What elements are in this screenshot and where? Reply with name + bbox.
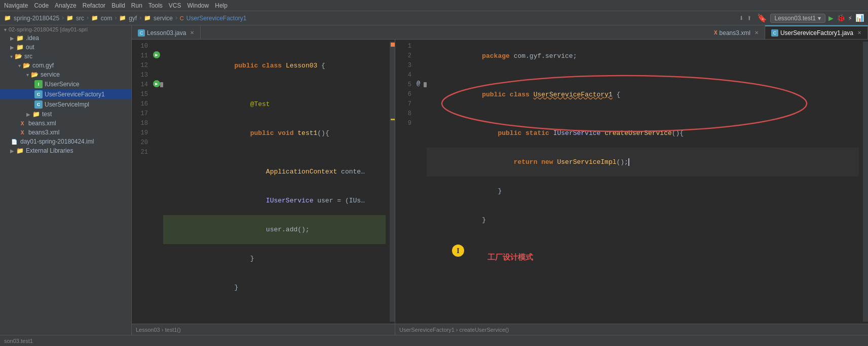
debug-button[interactable]: 🐞 [837,14,845,22]
main-area: ▾ 02-spring-20180425 [day01-spri ▶ 📁 .id… [0,25,868,335]
menu-navigate[interactable]: Navigate [4,2,28,9]
code-line-12 [163,80,386,90]
comgyf-folder-icon: 📂 [23,62,30,69]
i-cursor-circle: I [452,245,464,257]
beansxml-label: beans.xml [28,120,56,127]
code-line-13: @Test [163,90,386,119]
right-editor-panel[interactable]: 1 2 3 4 5 6 7 8 9 @ [395,40,868,335]
sidebar-item-userevicefactory1[interactable]: C UserSereviceFactory1 [0,89,131,99]
breadcrumb-file[interactable]: C UserSereviceFactory1 [180,15,247,22]
right-line-7: } [427,177,859,205]
right-line-2 [427,71,859,80]
sidebar-item-beans3xml[interactable]: X beans3.xml [0,128,131,137]
menu-window[interactable]: Window [187,2,209,9]
project-folder-icon: 📁 [4,15,11,21]
breadcrumb-gyf[interactable]: 📁 gyf [119,15,137,22]
breadcrumb-service[interactable]: 📁 service [144,15,173,22]
nav-forward-icon[interactable]: ⬆ [747,13,752,23]
sidebar-item-beansxml[interactable]: X beans.xml [0,119,131,128]
tab-beans3xml[interactable]: X beans3.xml ✕ [708,25,765,39]
run-config-selector[interactable]: Lesson03.test1 ▾ [770,14,825,23]
tab-beans3xml-icon: X [714,30,718,36]
tab-userevicefactory1[interactable]: C UserSereviceFactory1.java ✕ [765,25,868,39]
bookmark-icon[interactable]: 🔖 [757,13,767,23]
code-line-21 [163,302,386,312]
right-gutter: @ [416,42,427,322]
left-gutter: ▶ ▶ [152,42,163,322]
menu-vcs[interactable]: VCS [169,2,181,9]
sidebar-item-comgyf[interactable]: ▾ 📂 com.gyf [0,61,131,70]
menu-run[interactable]: Run [131,2,142,9]
tab-beans3xml-label: beans3.xml [720,29,750,37]
userevicefactory1-label: UserSereviceFactory1 [45,91,105,98]
breadcrumb-src[interactable]: 📁 src [66,15,84,22]
profile-button[interactable]: 📊 [855,14,864,22]
run-gutter-icon-11[interactable]: ▶ [153,51,160,58]
at-marker-5: @ [417,80,420,87]
code-line-16: ApplicationContext conte… [163,157,386,186]
right-breadcrumb-text: UserSereviceFactory1 › createUserService… [399,327,509,333]
run-button[interactable]: ▶ [828,13,834,23]
editor-area: C Lesson03.java ✕ X beans3.xml ✕ C UserS… [132,25,868,335]
code-line-17: IUserService user = (IUs… [163,186,386,215]
menu-analyze[interactable]: Analyze [55,2,77,9]
tab-userevicefactory1-label: UserSereviceFactory1.java [780,29,853,37]
tab-userevice-icon: C [771,29,778,37]
gyf-folder-icon: 📁 [119,15,126,21]
menu-build[interactable]: Build [111,2,125,9]
menu-refactor[interactable]: Refactor [83,2,105,9]
menu-code[interactable]: Code [34,2,49,9]
chevron-down-icon-src: ▾ [10,54,13,59]
left-code-area[interactable]: 10 11 12 13 14 15 16 17 18 19 20 21 [132,40,395,324]
menu-tools[interactable]: Tools [148,2,163,9]
sidebar-item-out[interactable]: ▶ 📁 out [0,43,131,52]
sidebar-item-service[interactable]: ▾ 📂 service [0,70,131,79]
code-line-15 [163,148,386,157]
sidebar-item-src[interactable]: ▾ 📂 src [0,52,131,61]
right-line-5: public static IUserService createUserSer… [427,119,859,148]
right-line-9 [427,234,859,244]
beans3xml-label: beans3.xml [28,129,59,136]
sidebar-item-userserviceimpl[interactable]: C UserServiceImpl [0,99,131,110]
code-line-20: } [163,273,386,302]
right-line-1: package com.gyf.service; [427,42,859,71]
right-code-area[interactable]: 1 2 3 4 5 6 7 8 9 @ [395,40,868,324]
sidebar-item-iuserservice[interactable]: I IUserService [0,79,131,89]
src-folder-icon-tree: 📂 [15,53,22,60]
toolbar-right: ⬇ ⬆ 🔖 Lesson03.test1 ▾ ▶ 🐞 ⚡ 📊 [739,13,864,23]
tab-beans3xml-close[interactable]: ✕ [754,30,759,36]
tab-lesson03-close[interactable]: ✕ [190,30,194,36]
sidebar-item-iml[interactable]: 📄 day01-spring-20180424.iml [0,137,131,146]
code-line-14: public void test1(){ [163,119,386,148]
left-marker-panel [390,42,395,322]
left-editor-panel[interactable]: 10 11 12 13 14 15 16 17 18 19 20 21 [132,40,395,335]
file-java-icon: C [180,15,184,21]
code-line-19: } [163,244,386,273]
sidebar-item-external-libs[interactable]: ▶ 📁 External Libraries [0,146,131,155]
chevron-down-icon-service: ▾ [26,72,29,78]
right-code-content[interactable]: package com.gyf.service; public class Us… [427,42,863,322]
test-folder-icon: 📁 [32,111,40,118]
left-code-content[interactable]: public class Lesson03 { @Test public voi… [163,42,390,322]
beansxml-icon: X [18,121,26,126]
chevron-right-icon: ▶ [10,36,14,41]
out-folder-icon: 📁 [16,44,24,51]
iuserservice-java-icon: I [34,80,43,88]
sidebar-item-idea[interactable]: ▶ 📁 .idea [0,33,131,43]
factory-design-label: 工厂设计模式 [487,252,533,262]
comgyf-label: com.gyf [32,62,54,69]
tab-lesson03[interactable]: C Lesson03.java ✕ [132,25,201,39]
breadcrumb-bar: 📁 spring-20180425 › 📁 src › 📁 com › 📁 gy… [0,11,868,25]
sidebar-item-test[interactable]: ▶ 📁 test [0,110,131,119]
left-bottom-breadcrumb: Lesson03 › test1() [132,324,395,335]
breadcrumb-com[interactable]: 📁 com [91,15,112,22]
menu-help[interactable]: Help [215,2,228,9]
tab-userevicefactory1-close[interactable]: ✕ [857,30,861,36]
com-folder-icon: 📁 [91,15,98,21]
coverage-button[interactable]: ⚡ [848,14,852,22]
idea-folder-icon: 📁 [16,34,24,42]
breadcrumb-project[interactable]: 📁 spring-20180425 [4,15,59,22]
nav-back-icon[interactable]: ⬇ [739,13,744,23]
tab-lesson03-label: Lesson03.java [147,29,186,37]
run-gutter-icon-14[interactable]: ▶ [153,80,160,87]
